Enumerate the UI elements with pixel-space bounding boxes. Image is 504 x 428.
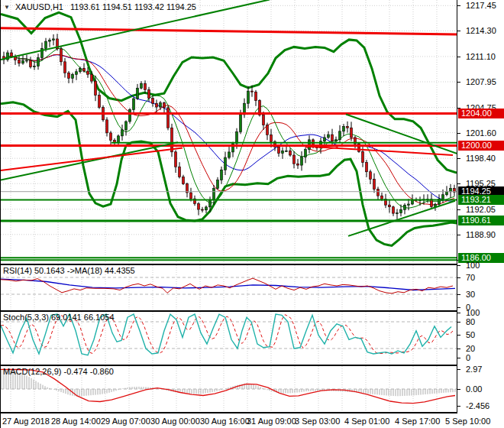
time-tick-label: 4 Sep 17:00 <box>395 417 440 426</box>
time-tick-label: 30 Aug 16:00 <box>200 417 250 426</box>
price-tick-label: 1214.30 <box>466 26 496 35</box>
stoch-tick-label: 80 <box>466 317 475 326</box>
price-tick-label: 1217.45 <box>466 1 496 10</box>
price-badge-1204.00: 1204.00 <box>458 109 504 118</box>
axis-tick-mark <box>457 307 460 308</box>
axis-tick-mark <box>457 349 460 349</box>
time-tick-label: 3 Sep 03:00 <box>295 417 340 426</box>
axis-tick-mark <box>457 31 460 31</box>
symbol-dropdown-icon[interactable]: ▼ <box>4 4 10 11</box>
trend-line <box>1 28 457 34</box>
axis-tick-mark <box>457 322 460 323</box>
macd-tick-label: 0.00 <box>466 384 482 394</box>
time-tick-label: 27 Aug 2018 <box>2 417 50 426</box>
time-tick-label: 29 Aug 07:00 <box>101 417 150 426</box>
main-grid <box>1 0 457 264</box>
stoch-tick-label: 100 <box>466 308 480 317</box>
stochastic-label: Stoch(5,3,3) 69.0141 66.1054 <box>3 313 115 322</box>
rsi-tick-label: 100 <box>466 261 480 270</box>
rsi-tick-label: 70 <box>466 273 475 282</box>
main-chart-canvas[interactable] <box>1 0 457 264</box>
macd-tick-label: 2.97 <box>466 365 482 374</box>
time-tick-label: 4 Sep 01:00 <box>344 417 389 426</box>
time-axis[interactable]: 27 Aug 201828 Aug 14:0029 Aug 07:0030 Au… <box>1 413 504 428</box>
stochastic-indicator-panel[interactable]: Stoch(5,3,3) 69.0141 66.1054 <box>1 312 457 365</box>
time-tick-label: 31 Aug 09:00 <box>247 417 296 426</box>
price-badge-1200.00: 1200.00 <box>458 141 504 151</box>
macd-indicator-panel[interactable]: MACD(12,26,9) -0.474 -0.860 <box>1 366 457 412</box>
price-tick-label: 1188.90 <box>466 230 496 239</box>
chart-header: ▼ XAUUSD,H1 1193.61 1194.51 1193.42 1194… <box>4 2 196 11</box>
axis-tick-mark <box>457 369 460 370</box>
stoch-tick-label: 50 <box>466 330 475 339</box>
macd-tick-label: -2.456 <box>466 401 489 410</box>
axis-tick-mark <box>457 209 460 210</box>
bollinger-lower-line <box>1 102 457 246</box>
axis-tick-mark <box>457 82 460 83</box>
analysis-lines[interactable] <box>1 0 457 260</box>
rsi-ma-line <box>1 279 455 290</box>
axis-tick-mark <box>457 335 460 336</box>
trend-line <box>1 148 183 170</box>
price-badge-1186.00: 1186.00 <box>458 253 504 263</box>
time-tick-label: 5 Sep 10:00 <box>445 417 490 426</box>
rsi-tick-label: 30 <box>466 290 475 299</box>
stoch-tick-label: 0 <box>466 353 470 362</box>
axis-tick-mark <box>457 5 460 6</box>
price-axis[interactable]: 1217.451214.301211.101207.951204.751201.… <box>457 0 504 413</box>
axis-tick-mark <box>457 406 460 407</box>
axis-tick-mark <box>457 313 460 313</box>
axis-tick-mark <box>457 235 460 235</box>
price-tick-label: 1192.05 <box>466 205 496 214</box>
axis-tick-mark <box>457 277 460 278</box>
stoch-tick-label: 20 <box>466 344 475 353</box>
main-price-chart-panel[interactable]: ▼ XAUUSD,H1 1193.61 1194.51 1193.42 1194… <box>1 0 457 264</box>
axis-tick-mark <box>457 57 460 57</box>
axis-tick-mark <box>457 389 460 390</box>
time-tick-label: 30 Aug 00:00 <box>150 417 200 426</box>
axis-tick-mark <box>457 294 460 295</box>
trading-chart-window: ▼ XAUUSD,H1 1193.61 1194.51 1193.42 1194… <box>0 0 504 428</box>
price-tick-label: 1211.10 <box>466 52 496 61</box>
axis-tick-mark <box>457 265 460 266</box>
axis-tick-mark <box>457 133 460 134</box>
ohlc-values: 1193.61 1194.51 1193.42 1194.25 <box>70 2 196 11</box>
price-tick-label: 1207.95 <box>466 77 496 86</box>
price-badge-1193.21: 1193.21 <box>458 195 504 205</box>
axis-tick-mark <box>457 358 460 358</box>
rsi-indicator-panel[interactable]: RSI(14) 50.1643 ->MA(18) 44.4355 <box>1 265 457 310</box>
rsi-line <box>1 278 453 293</box>
axis-tick-mark <box>457 183 460 184</box>
price-badge-1190.61: 1190.61 <box>458 216 504 225</box>
price-tick-label: 1201.60 <box>466 128 496 138</box>
price-tick-label: 1198.40 <box>466 154 496 163</box>
rsi-label: RSI(14) 50.1643 ->MA(18) 44.4355 <box>3 266 135 275</box>
axis-tick-mark <box>457 158 460 159</box>
symbol-title: XAUUSD,H1 <box>15 2 63 11</box>
macd-label: MACD(12,26,9) -0.474 -0.860 <box>3 367 114 376</box>
trend-line <box>1 142 178 180</box>
time-tick-label: 28 Aug 14:00 <box>51 417 101 426</box>
